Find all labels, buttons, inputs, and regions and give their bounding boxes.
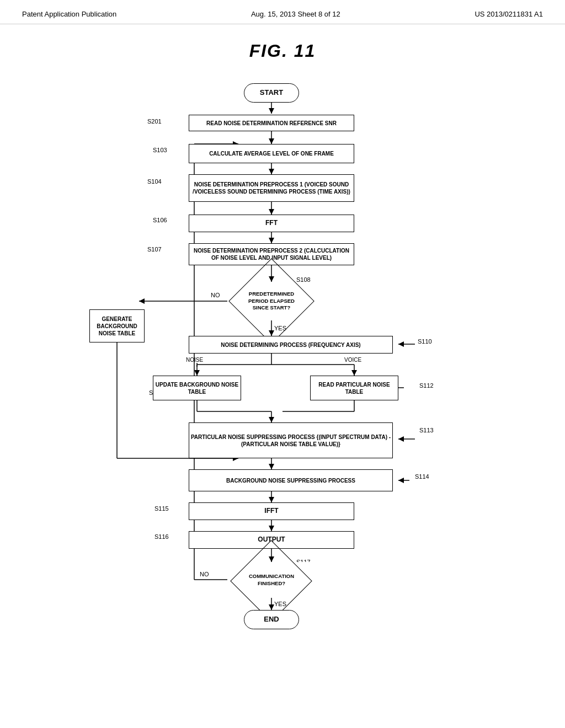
svg-text:NOISE: NOISE — [186, 357, 203, 363]
svg-marker-31 — [269, 417, 274, 422]
svg-text:NO: NO — [200, 571, 209, 577]
s201-box: READ NOISE DETERMINATION REFERENCE SNR — [189, 115, 354, 131]
svg-marker-25 — [351, 370, 357, 376]
s103-box: CALCULATE AVERAGE LEVEL OF ONE FRAME — [189, 144, 354, 163]
s113-box: PARTICULAR NOISE SUPPRESSING PROCESS {(I… — [189, 422, 393, 458]
svg-marker-58 — [398, 436, 404, 442]
svg-marker-9 — [269, 238, 274, 243]
s112-label: S112 — [419, 382, 434, 389]
svg-marker-37 — [269, 526, 274, 531]
s106-box: FFT — [189, 215, 354, 232]
s108-diamond: PREDETERMINED PERIOD ELAPSED SINCE START… — [227, 282, 316, 320]
s112-box: READ PARTICULAR NOISE TABLE — [310, 376, 398, 400]
s111-box: UPDATE BACKGROUND NOISE TABLE — [153, 376, 241, 400]
flowchart: NO YES NOISE VOICE NO YES START S201 REA… — [62, 72, 503, 679]
start-node: START — [244, 83, 299, 103]
svg-marker-13 — [139, 298, 145, 304]
s114-label: S114 — [415, 473, 429, 480]
s106-label: S106 — [153, 217, 167, 223]
svg-marker-60 — [398, 478, 404, 483]
s104-label: S104 — [147, 178, 162, 185]
s103-label: S103 — [153, 147, 167, 153]
s109-box: GENERATE BACKGROUND NOISE TABLE — [89, 309, 145, 342]
header-left: Patent Application Publication — [22, 10, 116, 18]
svg-marker-5 — [269, 169, 274, 174]
s201-label: S201 — [147, 118, 162, 125]
s116-label: S116 — [154, 533, 169, 540]
s117-diamond: COMMUNICATION FINISHED? — [227, 562, 316, 598]
svg-marker-3 — [269, 138, 274, 144]
svg-marker-56 — [398, 341, 404, 347]
svg-marker-33 — [269, 464, 274, 469]
page-header: Patent Application Publication Aug. 15, … — [0, 0, 565, 24]
end-node: END — [244, 610, 299, 629]
svg-marker-1 — [269, 108, 274, 114]
fig-title: FIG. 11 — [0, 41, 565, 61]
s114-box: BACKGROUND NOISE SUPPRESSING PROCESS — [189, 469, 393, 491]
header-right: US 2013/0211831 A1 — [475, 10, 543, 18]
svg-text:VOICE: VOICE — [344, 357, 361, 363]
svg-marker-22 — [194, 370, 200, 376]
s115-box: IFFT — [189, 502, 354, 520]
s110-box: NOISE DETERMINING PROCESS (FREQUENCY AXI… — [189, 336, 393, 354]
s113-label: S113 — [419, 427, 434, 433]
s110-label: S110 — [418, 338, 432, 345]
s107-label: S107 — [147, 246, 162, 253]
svg-marker-35 — [269, 497, 274, 502]
svg-marker-7 — [269, 209, 274, 215]
s104-box: NOISE DETERMINATION PREPROCESS 1 (VOICED… — [189, 174, 354, 202]
svg-text:NO: NO — [211, 292, 220, 298]
header-center: Aug. 15, 2013 Sheet 8 of 12 — [251, 10, 340, 18]
s115-label: S115 — [154, 505, 169, 512]
